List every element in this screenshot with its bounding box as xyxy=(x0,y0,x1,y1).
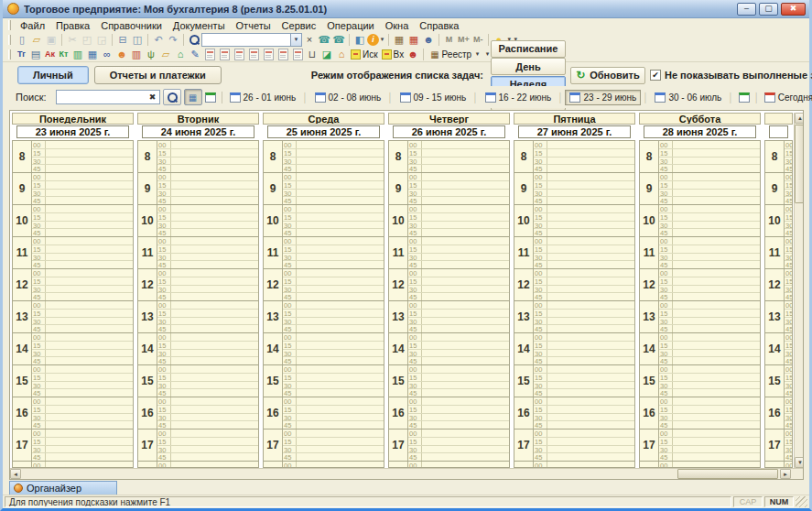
time-slot[interactable] xyxy=(422,261,509,268)
minimize-button[interactable]: – xyxy=(737,3,756,16)
time-slot[interactable] xyxy=(297,190,384,197)
time-slot[interactable] xyxy=(297,173,384,180)
document-template-3-icon[interactable] xyxy=(232,48,246,61)
time-slot[interactable] xyxy=(422,438,509,445)
time-slot[interactable] xyxy=(171,190,258,197)
time-slot[interactable] xyxy=(422,397,509,405)
time-slot[interactable] xyxy=(547,397,634,405)
red-book-icon[interactable]: ▥ xyxy=(129,48,144,61)
time-slot[interactable] xyxy=(673,158,760,165)
time-slot[interactable] xyxy=(673,310,760,317)
time-slot[interactable] xyxy=(673,406,760,413)
time-slot[interactable] xyxy=(171,438,258,445)
print-preview-icon[interactable]: ◫ xyxy=(130,33,145,47)
time-slot[interactable] xyxy=(171,286,258,293)
tab-personal[interactable]: Личный xyxy=(17,66,89,84)
time-slot[interactable] xyxy=(297,453,384,461)
time-slot[interactable] xyxy=(673,269,760,277)
time-slot[interactable] xyxy=(673,293,760,300)
time-slot[interactable] xyxy=(297,333,384,341)
time-slot[interactable] xyxy=(46,318,133,325)
time-slot[interactable] xyxy=(422,277,509,285)
menu-reports[interactable]: Отчеты xyxy=(231,20,276,31)
time-slot[interactable] xyxy=(171,229,258,236)
time-slot[interactable] xyxy=(422,318,509,325)
time-slot[interactable] xyxy=(46,222,133,229)
chart-of-accounts-icon[interactable]: Ак xyxy=(43,48,57,61)
time-slot[interactable] xyxy=(673,389,760,397)
time-slot[interactable] xyxy=(171,141,258,148)
cart-icon[interactable]: ⊔ xyxy=(305,48,319,61)
time-slot[interactable] xyxy=(422,165,509,172)
time-slot[interactable] xyxy=(171,197,258,204)
time-slot[interactable] xyxy=(297,293,384,300)
time-slot[interactable] xyxy=(547,414,634,421)
time-slot[interactable] xyxy=(46,421,133,429)
time-slot[interactable] xyxy=(171,181,258,189)
incoming-button[interactable]: Вх xyxy=(382,49,405,60)
copy-icon[interactable]: ◰ xyxy=(80,33,94,47)
menu-operations[interactable]: Операции xyxy=(321,20,379,31)
time-slot[interactable] xyxy=(297,254,384,261)
time-slot[interactable] xyxy=(547,357,634,364)
time-slot[interactable] xyxy=(297,205,384,212)
register-dropdown-icon[interactable]: ▾ xyxy=(474,50,481,58)
time-slot[interactable] xyxy=(46,149,133,157)
time-slot[interactable] xyxy=(547,382,634,389)
time-slot[interactable] xyxy=(171,325,258,332)
time-slot[interactable] xyxy=(422,357,509,364)
time-slot[interactable] xyxy=(547,325,634,332)
debtor-icon[interactable]: ☻ xyxy=(406,48,420,61)
time-slot[interactable] xyxy=(171,374,258,381)
time-slot[interactable] xyxy=(171,301,258,309)
time-slot[interactable] xyxy=(46,325,133,332)
time-slot[interactable] xyxy=(547,342,634,349)
time-slot[interactable] xyxy=(673,438,760,445)
time-slot[interactable] xyxy=(297,261,384,268)
time-slot[interactable] xyxy=(422,389,509,397)
time-slot[interactable] xyxy=(171,158,258,165)
menu-catalogs[interactable]: Справочники xyxy=(95,20,168,31)
time-slot[interactable] xyxy=(673,229,760,236)
time-slot[interactable] xyxy=(547,269,634,277)
vertical-scrollbar[interactable]: ▲▼ xyxy=(794,113,803,468)
time-slot[interactable] xyxy=(422,462,509,468)
time-slot[interactable] xyxy=(422,213,509,221)
time-slot[interactable] xyxy=(422,181,509,189)
time-slot[interactable] xyxy=(297,374,384,381)
time-slot[interactable] xyxy=(673,421,760,429)
time-slot[interactable] xyxy=(297,286,384,293)
time-slot[interactable] xyxy=(422,245,509,253)
time-slot[interactable] xyxy=(673,382,760,389)
refresh-button[interactable]: ↻ Обновить xyxy=(570,67,645,84)
time-slot[interactable] xyxy=(171,222,258,229)
time-slot[interactable] xyxy=(46,374,133,381)
time-slot[interactable] xyxy=(46,446,133,453)
time-slot[interactable] xyxy=(547,318,634,325)
time-slot[interactable] xyxy=(171,453,258,461)
time-slot[interactable] xyxy=(547,365,634,373)
time-slot[interactable] xyxy=(422,254,509,261)
time-slot[interactable] xyxy=(46,310,133,317)
time-slot[interactable] xyxy=(422,286,509,293)
time-slot[interactable] xyxy=(171,254,258,261)
time-slot[interactable] xyxy=(673,173,760,180)
time-slot[interactable] xyxy=(673,286,760,293)
paste-icon[interactable]: ◲ xyxy=(94,33,109,47)
time-slot[interactable] xyxy=(673,213,760,221)
week-range-button[interactable]: 26 - 01 июнь xyxy=(225,90,301,105)
time-slot[interactable] xyxy=(46,229,133,236)
edit-document-icon[interactable]: ✎ xyxy=(188,48,202,61)
organizer-window-tab[interactable]: Органайзер xyxy=(9,481,117,495)
info-icon[interactable]: i xyxy=(367,34,379,46)
time-slot[interactable] xyxy=(673,462,760,468)
document-template-2-icon[interactable] xyxy=(217,48,232,61)
time-slot[interactable] xyxy=(171,237,258,245)
time-slot[interactable] xyxy=(46,277,133,285)
time-slot[interactable] xyxy=(46,261,133,268)
time-slot[interactable] xyxy=(422,222,509,229)
time-slot[interactable] xyxy=(547,406,634,413)
clear-search-icon[interactable]: × xyxy=(302,33,317,47)
week-range-button[interactable]: 23 - 29 июнь xyxy=(565,90,641,105)
time-slot[interactable] xyxy=(297,406,384,413)
